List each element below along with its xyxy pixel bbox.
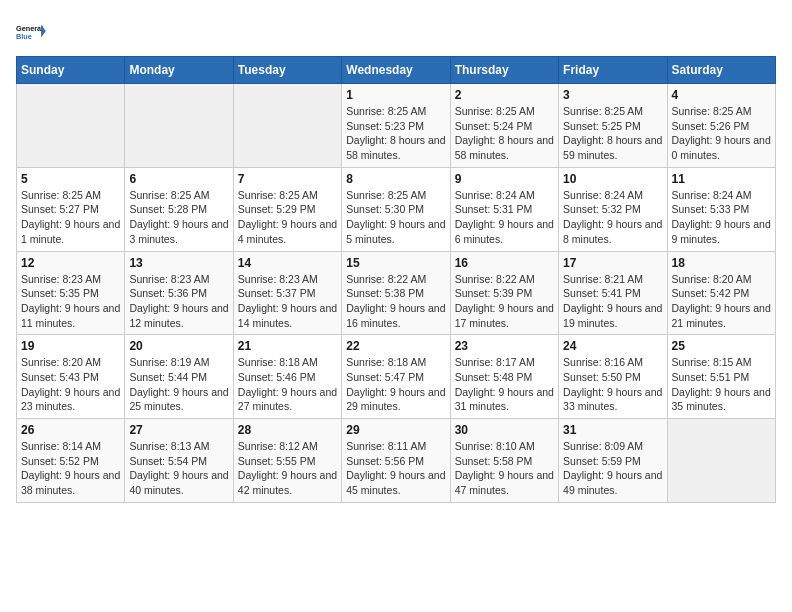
day-cell: 11Sunrise: 8:24 AM Sunset: 5:33 PM Dayli… [667, 167, 775, 251]
page-header: GeneralBlue [16, 16, 776, 48]
day-number: 11 [672, 172, 771, 186]
day-cell: 1Sunrise: 8:25 AM Sunset: 5:23 PM Daylig… [342, 84, 450, 168]
day-info: Sunrise: 8:23 AM Sunset: 5:35 PM Dayligh… [21, 272, 120, 331]
day-number: 4 [672, 88, 771, 102]
day-cell: 31Sunrise: 8:09 AM Sunset: 5:59 PM Dayli… [559, 419, 667, 503]
day-number: 15 [346, 256, 445, 270]
day-number: 19 [21, 339, 120, 353]
day-number: 25 [672, 339, 771, 353]
day-info: Sunrise: 8:25 AM Sunset: 5:29 PM Dayligh… [238, 188, 337, 247]
day-cell: 21Sunrise: 8:18 AM Sunset: 5:46 PM Dayli… [233, 335, 341, 419]
day-cell: 6Sunrise: 8:25 AM Sunset: 5:28 PM Daylig… [125, 167, 233, 251]
day-info: Sunrise: 8:15 AM Sunset: 5:51 PM Dayligh… [672, 355, 771, 414]
logo-icon: GeneralBlue [16, 16, 48, 48]
day-number: 29 [346, 423, 445, 437]
day-number: 20 [129, 339, 228, 353]
day-number: 12 [21, 256, 120, 270]
day-info: Sunrise: 8:12 AM Sunset: 5:55 PM Dayligh… [238, 439, 337, 498]
day-info: Sunrise: 8:14 AM Sunset: 5:52 PM Dayligh… [21, 439, 120, 498]
day-number: 8 [346, 172, 445, 186]
week-row-0: 1Sunrise: 8:25 AM Sunset: 5:23 PM Daylig… [17, 84, 776, 168]
day-number: 26 [21, 423, 120, 437]
day-cell: 20Sunrise: 8:19 AM Sunset: 5:44 PM Dayli… [125, 335, 233, 419]
day-info: Sunrise: 8:25 AM Sunset: 5:28 PM Dayligh… [129, 188, 228, 247]
day-info: Sunrise: 8:11 AM Sunset: 5:56 PM Dayligh… [346, 439, 445, 498]
week-row-4: 26Sunrise: 8:14 AM Sunset: 5:52 PM Dayli… [17, 419, 776, 503]
day-cell [125, 84, 233, 168]
day-info: Sunrise: 8:25 AM Sunset: 5:26 PM Dayligh… [672, 104, 771, 163]
day-cell: 12Sunrise: 8:23 AM Sunset: 5:35 PM Dayli… [17, 251, 125, 335]
day-info: Sunrise: 8:25 AM Sunset: 5:24 PM Dayligh… [455, 104, 554, 163]
logo: GeneralBlue [16, 16, 48, 48]
day-info: Sunrise: 8:19 AM Sunset: 5:44 PM Dayligh… [129, 355, 228, 414]
day-cell: 17Sunrise: 8:21 AM Sunset: 5:41 PM Dayli… [559, 251, 667, 335]
day-cell: 24Sunrise: 8:16 AM Sunset: 5:50 PM Dayli… [559, 335, 667, 419]
header-tuesday: Tuesday [233, 57, 341, 84]
day-cell: 28Sunrise: 8:12 AM Sunset: 5:55 PM Dayli… [233, 419, 341, 503]
day-cell: 14Sunrise: 8:23 AM Sunset: 5:37 PM Dayli… [233, 251, 341, 335]
day-number: 23 [455, 339, 554, 353]
day-number: 31 [563, 423, 662, 437]
day-cell: 16Sunrise: 8:22 AM Sunset: 5:39 PM Dayli… [450, 251, 558, 335]
calendar-body: 1Sunrise: 8:25 AM Sunset: 5:23 PM Daylig… [17, 84, 776, 503]
day-info: Sunrise: 8:25 AM Sunset: 5:30 PM Dayligh… [346, 188, 445, 247]
week-row-3: 19Sunrise: 8:20 AM Sunset: 5:43 PM Dayli… [17, 335, 776, 419]
day-number: 1 [346, 88, 445, 102]
day-info: Sunrise: 8:25 AM Sunset: 5:23 PM Dayligh… [346, 104, 445, 163]
day-info: Sunrise: 8:18 AM Sunset: 5:46 PM Dayligh… [238, 355, 337, 414]
day-number: 5 [21, 172, 120, 186]
day-cell: 4Sunrise: 8:25 AM Sunset: 5:26 PM Daylig… [667, 84, 775, 168]
day-cell: 22Sunrise: 8:18 AM Sunset: 5:47 PM Dayli… [342, 335, 450, 419]
day-number: 17 [563, 256, 662, 270]
day-number: 10 [563, 172, 662, 186]
header-wednesday: Wednesday [342, 57, 450, 84]
day-cell: 26Sunrise: 8:14 AM Sunset: 5:52 PM Dayli… [17, 419, 125, 503]
header-saturday: Saturday [667, 57, 775, 84]
day-info: Sunrise: 8:22 AM Sunset: 5:39 PM Dayligh… [455, 272, 554, 331]
day-number: 16 [455, 256, 554, 270]
day-number: 13 [129, 256, 228, 270]
day-cell: 2Sunrise: 8:25 AM Sunset: 5:24 PM Daylig… [450, 84, 558, 168]
day-info: Sunrise: 8:24 AM Sunset: 5:32 PM Dayligh… [563, 188, 662, 247]
day-cell: 10Sunrise: 8:24 AM Sunset: 5:32 PM Dayli… [559, 167, 667, 251]
header-monday: Monday [125, 57, 233, 84]
day-info: Sunrise: 8:16 AM Sunset: 5:50 PM Dayligh… [563, 355, 662, 414]
day-info: Sunrise: 8:25 AM Sunset: 5:27 PM Dayligh… [21, 188, 120, 247]
day-info: Sunrise: 8:24 AM Sunset: 5:31 PM Dayligh… [455, 188, 554, 247]
day-number: 7 [238, 172, 337, 186]
day-cell: 23Sunrise: 8:17 AM Sunset: 5:48 PM Dayli… [450, 335, 558, 419]
day-cell: 5Sunrise: 8:25 AM Sunset: 5:27 PM Daylig… [17, 167, 125, 251]
day-cell: 29Sunrise: 8:11 AM Sunset: 5:56 PM Dayli… [342, 419, 450, 503]
day-cell: 19Sunrise: 8:20 AM Sunset: 5:43 PM Dayli… [17, 335, 125, 419]
day-number: 27 [129, 423, 228, 437]
day-number: 22 [346, 339, 445, 353]
svg-marker-2 [41, 25, 46, 38]
day-cell: 3Sunrise: 8:25 AM Sunset: 5:25 PM Daylig… [559, 84, 667, 168]
header-row: SundayMondayTuesdayWednesdayThursdayFrid… [17, 57, 776, 84]
day-info: Sunrise: 8:18 AM Sunset: 5:47 PM Dayligh… [346, 355, 445, 414]
day-info: Sunrise: 8:13 AM Sunset: 5:54 PM Dayligh… [129, 439, 228, 498]
day-info: Sunrise: 8:10 AM Sunset: 5:58 PM Dayligh… [455, 439, 554, 498]
day-number: 21 [238, 339, 337, 353]
day-number: 30 [455, 423, 554, 437]
day-info: Sunrise: 8:22 AM Sunset: 5:38 PM Dayligh… [346, 272, 445, 331]
day-cell: 25Sunrise: 8:15 AM Sunset: 5:51 PM Dayli… [667, 335, 775, 419]
day-info: Sunrise: 8:23 AM Sunset: 5:36 PM Dayligh… [129, 272, 228, 331]
day-info: Sunrise: 8:20 AM Sunset: 5:43 PM Dayligh… [21, 355, 120, 414]
day-cell: 27Sunrise: 8:13 AM Sunset: 5:54 PM Dayli… [125, 419, 233, 503]
day-cell [667, 419, 775, 503]
day-cell: 13Sunrise: 8:23 AM Sunset: 5:36 PM Dayli… [125, 251, 233, 335]
day-info: Sunrise: 8:25 AM Sunset: 5:25 PM Dayligh… [563, 104, 662, 163]
week-row-2: 12Sunrise: 8:23 AM Sunset: 5:35 PM Dayli… [17, 251, 776, 335]
day-info: Sunrise: 8:09 AM Sunset: 5:59 PM Dayligh… [563, 439, 662, 498]
svg-text:Blue: Blue [16, 32, 32, 41]
day-number: 28 [238, 423, 337, 437]
svg-text:General: General [16, 24, 43, 33]
day-number: 2 [455, 88, 554, 102]
day-number: 18 [672, 256, 771, 270]
day-cell [233, 84, 341, 168]
day-cell: 7Sunrise: 8:25 AM Sunset: 5:29 PM Daylig… [233, 167, 341, 251]
day-info: Sunrise: 8:21 AM Sunset: 5:41 PM Dayligh… [563, 272, 662, 331]
day-number: 14 [238, 256, 337, 270]
day-cell: 15Sunrise: 8:22 AM Sunset: 5:38 PM Dayli… [342, 251, 450, 335]
